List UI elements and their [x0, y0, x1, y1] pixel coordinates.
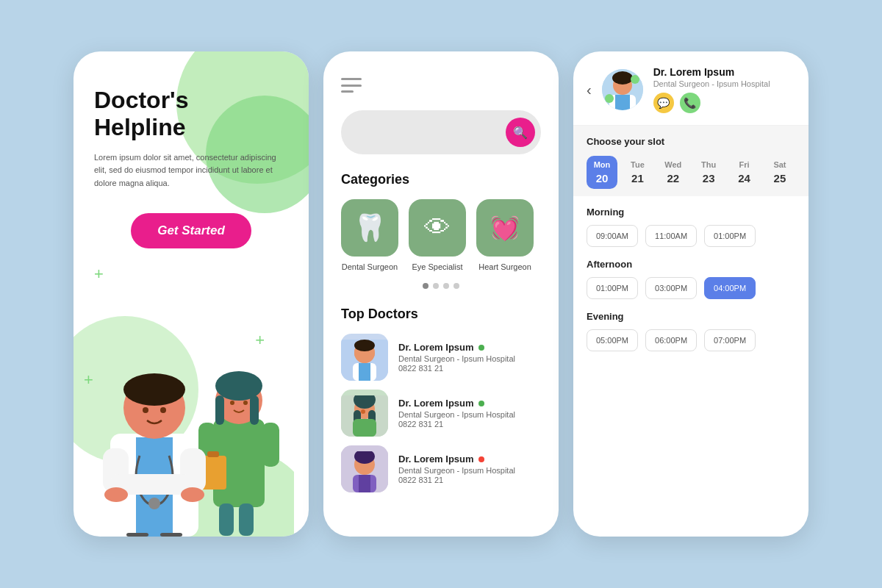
heart-icon-box: 💓: [476, 199, 534, 257]
doctor-info-1: Dr. Lorem Ipsum Dental Surgeon - Ipsum H…: [398, 342, 541, 373]
helpline-description: Lorem ipsum dolor sit amet, consectetur …: [94, 151, 288, 190]
slot-1600[interactable]: 04:00PM: [704, 277, 756, 299]
search-bar[interactable]: 🔍: [341, 110, 541, 154]
evening-slots: 05:00PM 06:00PM 07:00PM: [587, 329, 795, 351]
hamburger-menu[interactable]: [341, 78, 362, 93]
day-thu-name: Thu: [701, 160, 716, 169]
categories-grid: 🦷 Dental Surgeon 👁 Eye Specialist 💓 Hear…: [341, 199, 541, 271]
call-button[interactable]: 📞: [680, 93, 700, 113]
doctor-avatar-3: [341, 445, 388, 492]
svg-point-33: [354, 340, 375, 351]
doctor-avatar-2: [341, 390, 388, 437]
slot-1500[interactable]: 03:00PM: [645, 277, 697, 299]
heart-icon: 💓: [490, 214, 520, 242]
slot-1100[interactable]: 11:00AM: [645, 225, 697, 247]
doctor-avatar-1: [341, 334, 388, 381]
back-button[interactable]: ‹: [587, 82, 592, 98]
chat-button[interactable]: 💬: [653, 93, 674, 113]
get-started-button[interactable]: Get Started: [131, 213, 251, 248]
day-fri[interactable]: Fri 24: [729, 156, 760, 189]
screen1-helpline: Doctor's Helpline Lorem ipsum dolor sit …: [74, 51, 309, 537]
doctor-specialty-3: Dental Surgeon - Ipsum Hospital: [398, 466, 541, 475]
status-dot-2: [478, 401, 484, 406]
doctor-card-1[interactable]: Dr. Lorem Ipsum Dental Surgeon - Ipsum H…: [341, 334, 541, 381]
svg-rect-9: [262, 423, 279, 467]
eye-label: Eye Specialist: [412, 262, 462, 271]
morning-slots: 09:00AM 11:00AM 01:00PM: [587, 225, 795, 247]
day-wed-num: 22: [667, 172, 679, 184]
status-dot-1: [478, 345, 484, 351]
search-icon: 🔍: [513, 126, 528, 140]
days-row: Mon 20 Tue 21 Wed 22 Thu 23 Fri 24 Sat 2…: [587, 156, 795, 189]
svg-point-6: [230, 401, 234, 405]
choose-slot-title: Choose your slot: [587, 136, 795, 147]
helpline-title: Doctor's Helpline: [94, 87, 288, 141]
category-heart[interactable]: 💓 Heart Surgeon: [476, 199, 534, 271]
category-eye[interactable]: 👁 Eye Specialist: [409, 199, 466, 271]
doc-header-specialty: Dental Surgeon - Ipsum Hospital: [653, 79, 795, 88]
svg-rect-39: [353, 419, 376, 437]
svg-rect-50: [615, 95, 630, 110]
slot-1300-morning[interactable]: 01:00PM: [704, 225, 756, 247]
svg-point-18: [143, 407, 148, 413]
day-sat[interactable]: Sat 25: [764, 156, 795, 189]
top-doctors-title: Top Doctors: [341, 306, 541, 322]
day-thu[interactable]: Thu 23: [693, 156, 724, 189]
doctor-info-3: Dr. Lorem Ipsum Dental Surgeon - Ipsum H…: [398, 453, 541, 484]
doctor-name-2: Dr. Lorem Ipsum: [398, 398, 541, 409]
search-button[interactable]: 🔍: [506, 118, 535, 147]
booking-header: ‹ Dr. Lorem Ipsum Dental Surgeon - Ipsum…: [573, 51, 808, 126]
doc-avatar-header: [602, 69, 643, 110]
svg-rect-12: [219, 503, 234, 536]
svg-point-7: [243, 401, 248, 405]
day-mon-name: Mon: [594, 160, 611, 169]
slot-1300-pm[interactable]: 01:00PM: [587, 277, 638, 299]
tooth-icon: 🦷: [354, 212, 387, 243]
slot-0900[interactable]: 09:00AM: [587, 225, 638, 247]
category-dental[interactable]: 🦷 Dental Surgeon: [341, 199, 398, 271]
screen2-search: 🔍 Categories 🦷 Dental Surgeon 👁 Eye Spec…: [323, 51, 559, 537]
day-tue[interactable]: Tue 21: [622, 156, 653, 189]
status-dot-3: [478, 456, 484, 462]
day-mon-num: 20: [596, 172, 609, 184]
svg-rect-13: [239, 503, 254, 536]
dot-4: [453, 283, 459, 289]
afternoon-slots: 01:00PM 03:00PM 04:00PM: [587, 277, 795, 299]
doctor-card-2[interactable]: Dr. Lorem Ipsum Dental Surgeon - Ipsum H…: [341, 390, 541, 437]
svg-point-48: [612, 71, 633, 85]
doctor-info-2: Dr. Lorem Ipsum Dental Surgeon - Ipsum H…: [398, 398, 541, 429]
hamburger-line-3: [341, 90, 354, 93]
slot-1800[interactable]: 06:00PM: [645, 329, 697, 351]
doc-header-info: Dr. Lorem Ipsum Dental Surgeon - Ipsum H…: [653, 66, 795, 113]
doctor-phone-1: 0822 831 21: [398, 364, 541, 373]
chat-icon: 💬: [657, 97, 670, 109]
doctor-name-3: Dr. Lorem Ipsum: [398, 453, 541, 465]
svg-rect-11: [207, 451, 219, 457]
day-wed[interactable]: Wed 22: [658, 156, 689, 189]
slot-1700[interactable]: 05:00PM: [587, 329, 638, 351]
svg-rect-31: [359, 363, 370, 381]
doc-header-actions: 💬 📞: [653, 93, 795, 113]
svg-point-19: [160, 407, 166, 413]
svg-point-52: [605, 94, 614, 103]
doctor-name-1: Dr. Lorem Ipsum: [398, 342, 541, 353]
doc-header-name: Dr. Lorem Ipsum: [653, 66, 795, 78]
search-input[interactable]: [354, 126, 506, 138]
svg-point-20: [148, 498, 160, 509]
doctor-card-3[interactable]: Dr. Lorem Ipsum Dental Surgeon - Ipsum H…: [341, 445, 541, 492]
dental-icon-box: 🦷: [341, 199, 398, 257]
morning-title: Morning: [587, 207, 795, 218]
phone-icon: 📞: [684, 97, 696, 109]
eye-icon: 👁: [424, 212, 451, 243]
doctor-specialty-2: Dental Surgeon - Ipsum Hospital: [398, 410, 541, 419]
day-mon[interactable]: Mon 20: [587, 156, 617, 189]
evening-title: Evening: [587, 311, 795, 322]
svg-rect-45: [359, 475, 370, 492]
svg-rect-4: [215, 395, 224, 425]
slot-1900[interactable]: 07:00PM: [704, 329, 756, 351]
svg-point-51: [631, 75, 639, 84]
afternoon-title: Afternoon: [587, 259, 795, 270]
svg-point-24: [104, 487, 128, 502]
day-wed-name: Wed: [664, 160, 681, 169]
dot-3: [443, 283, 449, 289]
